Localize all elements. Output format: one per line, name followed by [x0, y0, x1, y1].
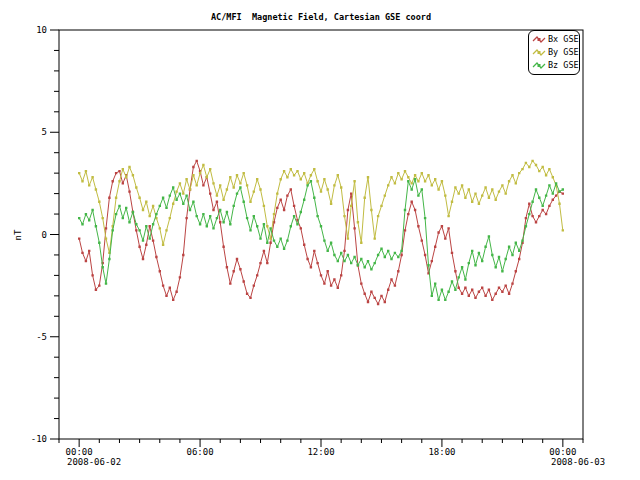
by-line-sample-icon	[532, 48, 546, 57]
series-line-by-gse	[79, 161, 563, 253]
series-markers-by-gse	[78, 160, 564, 254]
legend-item-bz: Bz GSE	[532, 59, 576, 72]
x-tick-label: 00:00	[549, 447, 576, 457]
legend-item-by: By GSE	[532, 46, 576, 59]
x-tick-label: 12:00	[307, 447, 334, 457]
bz-line-sample-icon	[532, 61, 546, 70]
x-tick-label: 06:00	[187, 447, 214, 457]
y-tick-label: -5	[36, 332, 47, 342]
x-tick-label: 00:00	[66, 447, 93, 457]
series-line-bz-gse	[79, 179, 563, 300]
y-tick-label: -10	[31, 434, 47, 444]
bx-line-sample-icon	[532, 35, 546, 44]
x-axis-date-start: 2008-06-02	[67, 457, 121, 467]
series-markers-bz-gse	[78, 178, 564, 301]
legend-item-bx: Bx GSE	[532, 33, 576, 46]
x-tick-label: 18:00	[428, 447, 455, 457]
y-tick-label: 10	[36, 25, 47, 35]
series-line-bx-gse	[79, 161, 563, 304]
legend-label-bz: Bz GSE	[548, 59, 579, 72]
y-tick-label: 0	[42, 230, 47, 240]
y-tick-label: 5	[42, 127, 47, 137]
legend-label-by: By GSE	[548, 46, 579, 59]
chart-window: AC/MFI Magnetic Field, Cartesian GSE coo…	[0, 0, 640, 480]
x-axis-date-end: 2008-06-03	[551, 457, 605, 467]
legend: Bx GSE By GSE Bz GSE	[528, 30, 580, 75]
legend-label-bx: Bx GSE	[548, 33, 579, 46]
